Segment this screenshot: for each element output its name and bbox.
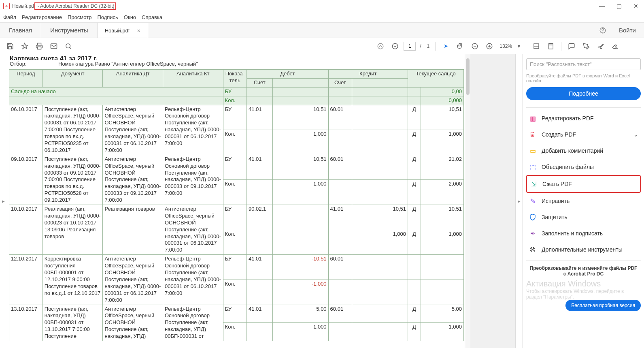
- account-card-table: Период Документ Аналитика Дт Аналитика К…: [9, 69, 464, 341]
- combine-icon: ⬚: [529, 163, 537, 171]
- tool-more-tools[interactable]: 🛠 Дополнительные инструменты: [526, 241, 641, 258]
- zoom-in-icon[interactable]: [483, 40, 495, 52]
- windows-activation-sub: Чтобы активировать Windows, перейдите в …: [526, 288, 641, 300]
- th-credit-acct: Счет: [328, 78, 352, 87]
- menu-help[interactable]: Справка: [142, 14, 162, 20]
- start-balance-label: Сальдо на начало: [9, 87, 223, 96]
- tab-document[interactable]: Новый.pdf ×: [98, 23, 148, 38]
- page-number-input[interactable]: [404, 42, 416, 51]
- tool-fill-sign[interactable]: ✒ Заполнить и подписать: [526, 225, 641, 241]
- table-row: 09.10.2017Поступление (акт, накладная, У…: [9, 155, 464, 180]
- protect-icon: [529, 213, 537, 221]
- redact-icon: ✎: [529, 197, 537, 205]
- more-tools-icon: 🛠: [529, 246, 537, 254]
- th-document: Документ: [43, 70, 103, 88]
- zoom-level[interactable]: 132%: [499, 43, 512, 49]
- th-balance: Текущее сальдо: [408, 70, 463, 88]
- tab-home[interactable]: Главная: [0, 23, 41, 38]
- promo-text: Преобразуйте файлы PDF в формат Word и E…: [526, 73, 641, 85]
- menu-sign[interactable]: Подпись: [97, 14, 118, 20]
- tool-edit-pdf[interactable]: ▥ Редактировать PDF: [526, 110, 641, 126]
- menu-window[interactable]: Окно: [124, 14, 136, 20]
- th-ankt: Аналитика Кт: [163, 70, 223, 88]
- tools-search-input[interactable]: Поиск "Распознать текст": [526, 58, 641, 70]
- zoom-out-icon[interactable]: [469, 40, 481, 52]
- menubar: Файл Редактирование Просмотр Подпись Окн…: [0, 12, 644, 23]
- maximize-button[interactable]: ▢: [614, 3, 624, 9]
- th-indic: Показа­тель: [223, 70, 247, 88]
- print-icon[interactable]: [33, 40, 45, 52]
- zoom-dropdown-icon[interactable]: ▾: [518, 43, 520, 49]
- comment-icon[interactable]: [565, 40, 578, 52]
- minimize-button[interactable]: —: [597, 3, 607, 9]
- app-icon: A: [3, 3, 10, 9]
- table-row: 06.10.2017Поступление (акт, накладная, У…: [9, 105, 464, 130]
- page-down-icon[interactable]: [389, 40, 401, 52]
- th-credit: Кредит: [328, 70, 408, 79]
- menu-edit[interactable]: Редактирование: [22, 14, 62, 20]
- table-row: 13.10.2017Поступление (акт, накладная, У…: [9, 305, 464, 323]
- highlight-icon[interactable]: [580, 40, 592, 52]
- th-period: Период: [9, 70, 43, 88]
- svg-point-5: [378, 43, 384, 49]
- save-icon[interactable]: [4, 40, 16, 52]
- svg-point-4: [66, 44, 70, 48]
- create-pdf-icon: 🗎: [529, 130, 537, 139]
- menu-file[interactable]: Файл: [3, 14, 16, 20]
- tools-panel: Поиск "Распознать текст" Преобразуйте фа…: [523, 54, 644, 348]
- svg-rect-10: [549, 43, 553, 49]
- svg-point-1: [603, 32, 603, 32]
- compress-icon: ⇲: [529, 180, 538, 188]
- right-panel-toggle[interactable]: ▸: [515, 54, 523, 348]
- page-sep: /: [420, 43, 421, 49]
- tool-compress-pdf[interactable]: ⇲ Сжать PDF: [526, 175, 641, 193]
- more-button[interactable]: Подробнее: [526, 87, 641, 100]
- page-total: 1: [427, 43, 430, 49]
- fill-sign-icon: ✒: [529, 229, 537, 237]
- free-trial-button[interactable]: Бесплатная пробная версия: [565, 300, 641, 311]
- svg-point-6: [393, 43, 398, 49]
- doc-filter: Отбор:Номенклатура Равно "Антистеплер Of…: [9, 60, 464, 69]
- doc-title: Карточка счета 41 за 2017 г.: [9, 54, 464, 60]
- tool-redact[interactable]: ✎ Исправить: [526, 193, 641, 209]
- tab-row: Главная Инструменты Новый.pdf × Войти: [0, 23, 644, 38]
- tab-close-icon[interactable]: ×: [137, 28, 140, 34]
- page-up-icon[interactable]: [374, 40, 387, 52]
- comment-tool-icon: ▭: [529, 147, 537, 155]
- search-icon[interactable]: [62, 40, 74, 52]
- window-title: Новый.pdf - Adobe Acrobat Reader DC (32-…: [12, 3, 116, 9]
- tab-tools[interactable]: Инструменты: [41, 23, 98, 38]
- sign-icon[interactable]: [595, 40, 607, 52]
- windows-activation-watermark: Активация Windows: [526, 279, 641, 288]
- promo2-text: Преобразовывайте и изменяйте файлы PDF с…: [526, 263, 641, 279]
- close-button[interactable]: ✕: [631, 3, 641, 9]
- signin-button[interactable]: Войти: [611, 23, 644, 38]
- tab-document-label: Новый.pdf: [105, 28, 130, 34]
- erase-icon[interactable]: [609, 40, 621, 52]
- th-debit: Дебет: [247, 70, 328, 79]
- table-row: 12.10.2017Корректировка поступления 00БП…: [9, 255, 464, 280]
- titlebar: A Новый.pdf - Adobe Acrobat Reader DC (3…: [0, 0, 644, 12]
- tool-add-comment[interactable]: ▭ Добавить комментарий: [526, 143, 641, 159]
- th-debit-acct: Счет: [247, 78, 272, 87]
- mail-icon[interactable]: [48, 40, 60, 52]
- menu-view[interactable]: Просмотр: [68, 14, 91, 20]
- tool-protect[interactable]: Защитить: [526, 209, 641, 225]
- th-andt: Аналитика Дт: [103, 70, 163, 88]
- toolbar: / 1 ➤ 132% ▾: [0, 38, 644, 54]
- left-panel-toggle[interactable]: ▸: [0, 54, 7, 348]
- tool-combine-files[interactable]: ⬚ Объединить файлы: [526, 159, 641, 175]
- vertical-scrollbar[interactable]: [465, 54, 470, 348]
- help-icon[interactable]: [595, 23, 611, 38]
- hand-tool-icon[interactable]: [454, 40, 466, 52]
- selection-tool-icon[interactable]: ➤: [440, 40, 452, 52]
- fit-page-icon[interactable]: [545, 40, 557, 52]
- fit-width-icon[interactable]: [530, 40, 542, 52]
- pdf-page: Карточка счета 41 за 2017 г. Отбор:Номен…: [7, 54, 465, 348]
- table-row: 10.10.2017Реализация (акт, накладная, УП…: [9, 205, 464, 230]
- svg-rect-2: [38, 47, 41, 49]
- edit-pdf-icon: ▥: [529, 114, 537, 122]
- tool-create-pdf[interactable]: 🗎 Создать PDF ⌄: [526, 126, 641, 143]
- star-icon[interactable]: [19, 40, 31, 52]
- document-area: Карточка счета 41 за 2017 г. Отбор:Номен…: [7, 54, 515, 348]
